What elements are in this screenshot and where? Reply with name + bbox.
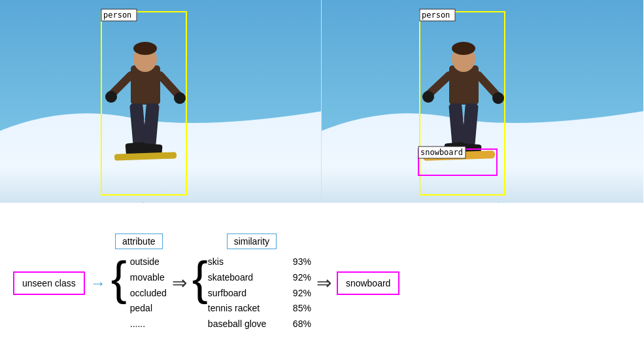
- result-box: snowboard: [337, 271, 400, 295]
- sim-pct: 93%: [293, 254, 311, 270]
- attribute-item: movable: [130, 270, 167, 286]
- sim-name: skis: [208, 254, 280, 270]
- svg-point-9: [174, 92, 186, 104]
- sim-name: tennis racket: [208, 301, 280, 317]
- left-brace: {: [111, 254, 127, 302]
- svg-point-21: [452, 42, 475, 55]
- sim-pct: 92%: [293, 270, 311, 286]
- sim-pct: 68%: [293, 317, 311, 332]
- svg-point-8: [105, 91, 117, 103]
- attribute-item: occluded: [130, 286, 167, 302]
- sim-name: baseball glove: [208, 317, 280, 332]
- sim-name: surfboard: [208, 286, 280, 302]
- arrow-to-similarity: ⇒: [172, 272, 187, 294]
- similarity-list: { skis 93% skateboard 92% surfboard 92% …: [192, 254, 311, 332]
- main-container: person: [0, 0, 644, 363]
- attr-items: outsidemovableoccludedpedal......: [130, 254, 167, 332]
- similarity-row: skis 93%: [208, 254, 311, 270]
- arrow-to-result: ⇒: [316, 272, 331, 294]
- svg-point-25: [492, 92, 504, 104]
- attribute-header: attribute: [115, 233, 163, 249]
- similarity-row: tennis racket 85%: [208, 301, 311, 317]
- right-image-panel: person snowboard: [322, 0, 643, 203]
- svg-text:snowboard: snowboard: [420, 148, 463, 157]
- similarity-section: similarity { skis 93% skateboard 92% sur…: [192, 233, 311, 332]
- similarity-row: surfboard 92%: [208, 286, 311, 302]
- attribute-item: ......: [130, 317, 167, 332]
- svg-text:person: person: [422, 10, 450, 20]
- similarity-row: baseball glove 68%: [208, 317, 311, 332]
- similarity-row: skateboard 92%: [208, 270, 311, 286]
- attribute-item: pedal: [130, 301, 167, 317]
- attribute-list: { outsidemovableoccludedpedal......: [111, 254, 167, 332]
- attribute-item: outside: [130, 254, 167, 270]
- sim-name: skateboard: [208, 270, 280, 286]
- sim-pct: 92%: [293, 286, 311, 302]
- result-label: snowboard: [346, 278, 391, 288]
- svg-point-5: [133, 42, 157, 55]
- sim-items: skis 93% skateboard 92% surfboard 92% te…: [208, 254, 311, 332]
- similarity-header: similarity: [227, 233, 277, 249]
- unseen-class-label: unseen class: [22, 278, 76, 288]
- sim-left-brace: {: [192, 254, 208, 302]
- svg-point-24: [422, 91, 434, 103]
- left-image-panel: person: [0, 0, 322, 203]
- diagram-section: unseen class → attribute { outsidemovabl…: [0, 203, 644, 363]
- svg-text:person: person: [103, 10, 131, 20]
- images-row: person: [0, 0, 644, 203]
- unseen-class-box: unseen class: [13, 271, 85, 295]
- attribute-section: attribute { outsidemovableoccludedpedal.…: [111, 233, 167, 332]
- arrow-to-attributes: →: [90, 274, 106, 292]
- sim-pct: 85%: [293, 301, 311, 317]
